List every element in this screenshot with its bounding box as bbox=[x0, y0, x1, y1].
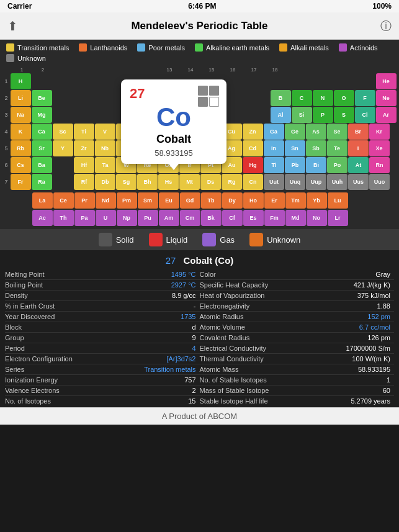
element-Pm[interactable]: Pm bbox=[117, 192, 137, 209]
element-F[interactable]: F bbox=[355, 90, 375, 106]
element-He[interactable]: He bbox=[376, 73, 397, 89]
element-Uuh[interactable]: Uuh bbox=[327, 174, 347, 190]
element-Ba[interactable]: Ba bbox=[32, 157, 52, 173]
element-La[interactable]: La bbox=[32, 192, 53, 209]
element-Ne[interactable]: Ne bbox=[376, 90, 397, 106]
element-Cm[interactable]: Cm bbox=[180, 210, 200, 226]
element-In[interactable]: In bbox=[264, 140, 284, 156]
element-Ca[interactable]: Ca bbox=[32, 124, 52, 140]
element-V[interactable]: V bbox=[95, 124, 115, 140]
element-Th[interactable]: Th bbox=[53, 210, 74, 226]
element-Rg[interactable]: Rg bbox=[222, 174, 242, 190]
element-Pb[interactable]: Pb bbox=[285, 157, 305, 173]
element-Sc[interactable]: Sc bbox=[53, 124, 73, 140]
element-Ho[interactable]: Ho bbox=[243, 192, 264, 209]
element-As[interactable]: As bbox=[306, 124, 326, 140]
element-Lu[interactable]: Lu bbox=[328, 192, 348, 209]
element-Cl[interactable]: Cl bbox=[355, 107, 375, 123]
element-S[interactable]: S bbox=[334, 107, 354, 123]
element-Hf[interactable]: Hf bbox=[74, 157, 94, 173]
element-Bk[interactable]: Bk bbox=[201, 210, 222, 226]
element-Gd[interactable]: Gd bbox=[180, 192, 200, 209]
element-Mg[interactable]: Mg bbox=[32, 107, 52, 123]
element-Dy[interactable]: Dy bbox=[222, 192, 243, 209]
element-Sm[interactable]: Sm bbox=[138, 192, 158, 209]
element-Sr[interactable]: Sr bbox=[32, 140, 52, 156]
element-Cf[interactable]: Cf bbox=[222, 210, 243, 226]
element-Yb[interactable]: Yb bbox=[307, 192, 327, 209]
element-Ds[interactable]: Ds bbox=[200, 174, 221, 190]
element-Xe[interactable]: Xe bbox=[369, 140, 390, 156]
element-Sn[interactable]: Sn bbox=[285, 140, 305, 156]
element-K[interactable]: K bbox=[11, 124, 31, 140]
element-Si[interactable]: Si bbox=[292, 107, 312, 123]
element-Tm[interactable]: Tm bbox=[285, 192, 306, 209]
element-Y[interactable]: Y bbox=[53, 140, 73, 156]
element-Li[interactable]: Li bbox=[11, 90, 31, 106]
element-Bi[interactable]: Bi bbox=[306, 157, 326, 173]
element-Ce[interactable]: Ce bbox=[53, 192, 74, 209]
element-Bh[interactable]: Bh bbox=[137, 174, 158, 190]
element-Rf[interactable]: Rf bbox=[74, 174, 94, 190]
element-Cn[interactable]: Cn bbox=[243, 174, 263, 190]
element-I[interactable]: I bbox=[348, 140, 369, 156]
element-Db[interactable]: Db bbox=[95, 174, 115, 190]
element-Ga[interactable]: Ga bbox=[264, 124, 284, 140]
element-Pa[interactable]: Pa bbox=[74, 210, 95, 226]
element-Fr[interactable]: Fr bbox=[11, 174, 31, 190]
element-Ge[interactable]: Ge bbox=[285, 124, 305, 140]
element-Fm[interactable]: Fm bbox=[264, 210, 285, 226]
element-No[interactable]: No bbox=[307, 210, 327, 226]
element-Uup[interactable]: Uup bbox=[306, 174, 326, 190]
element-Pr[interactable]: Pr bbox=[74, 192, 95, 209]
element-Eu[interactable]: Eu bbox=[159, 192, 179, 209]
element-Ra[interactable]: Ra bbox=[32, 174, 52, 190]
element-Tb[interactable]: Tb bbox=[201, 192, 222, 209]
element-Tl[interactable]: Tl bbox=[264, 157, 284, 173]
element-At[interactable]: At bbox=[348, 157, 369, 173]
element-Te[interactable]: Te bbox=[327, 140, 347, 156]
element-Rn[interactable]: Rn bbox=[369, 157, 390, 173]
element-Lr[interactable]: Lr bbox=[328, 210, 348, 226]
element-Po[interactable]: Po bbox=[327, 157, 347, 173]
element-Sb[interactable]: Sb bbox=[306, 140, 326, 156]
element-Np[interactable]: Np bbox=[117, 210, 137, 226]
element-Ac[interactable]: Ac bbox=[32, 210, 53, 226]
element-U[interactable]: U bbox=[96, 210, 116, 226]
element-Kr[interactable]: Kr bbox=[369, 124, 390, 140]
element-Cs[interactable]: Cs bbox=[11, 157, 31, 173]
element-Uut[interactable]: Uut bbox=[264, 174, 284, 190]
element-C[interactable]: C bbox=[292, 90, 312, 106]
info-icon[interactable]: ⓘ bbox=[380, 19, 392, 34]
share-icon[interactable]: ⬆ bbox=[7, 19, 18, 34]
element-Al[interactable]: Al bbox=[271, 107, 291, 123]
element-Zr[interactable]: Zr bbox=[74, 140, 94, 156]
element-H[interactable]: H bbox=[11, 73, 31, 89]
element-Pu[interactable]: Pu bbox=[138, 210, 158, 226]
element-O[interactable]: O bbox=[334, 90, 354, 106]
element-Be[interactable]: Be bbox=[32, 90, 52, 106]
element-Er[interactable]: Er bbox=[264, 192, 285, 209]
element-Ta[interactable]: Ta bbox=[95, 157, 115, 173]
element-Se[interactable]: Se bbox=[327, 124, 347, 140]
element-Nd[interactable]: Nd bbox=[96, 192, 116, 209]
element-Uuq[interactable]: Uuq bbox=[285, 174, 305, 190]
element-P[interactable]: P bbox=[313, 107, 333, 123]
element-Nb[interactable]: Nb bbox=[95, 140, 115, 156]
element-Es[interactable]: Es bbox=[243, 210, 264, 226]
element-Hs[interactable]: Hs bbox=[158, 174, 179, 190]
element-B[interactable]: B bbox=[271, 90, 291, 106]
element-N[interactable]: N bbox=[313, 90, 333, 106]
element-Rb[interactable]: Rb bbox=[11, 140, 31, 156]
element-Sg[interactable]: Sg bbox=[116, 174, 137, 190]
element-Br[interactable]: Br bbox=[348, 124, 369, 140]
element-Am[interactable]: Am bbox=[159, 210, 179, 226]
element-Ar[interactable]: Ar bbox=[376, 107, 397, 123]
element-Cd[interactable]: Cd bbox=[243, 140, 263, 156]
element-Hg[interactable]: Hg bbox=[243, 157, 263, 173]
element-Mt[interactable]: Mt bbox=[179, 174, 200, 190]
element-Uuo[interactable]: Uuo bbox=[369, 174, 390, 190]
element-Na[interactable]: Na bbox=[11, 107, 31, 123]
element-Uus[interactable]: Uus bbox=[348, 174, 369, 190]
element-Md[interactable]: Md bbox=[285, 210, 306, 226]
